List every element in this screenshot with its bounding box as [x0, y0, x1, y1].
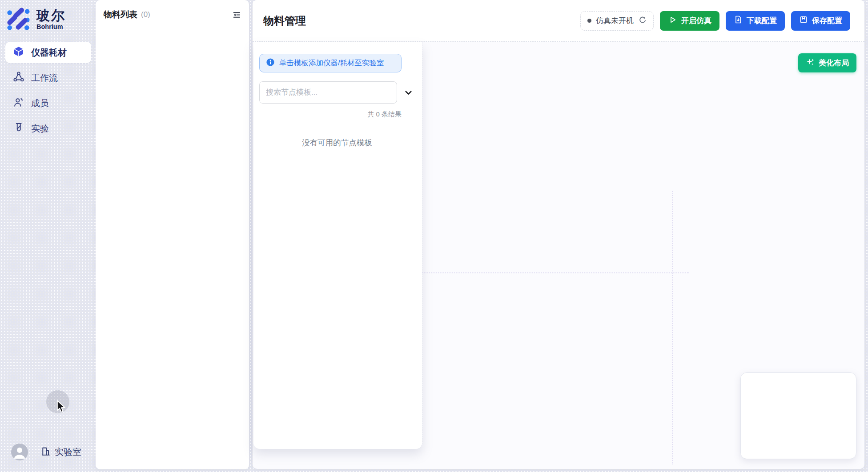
- canvas-gridline-horizontal: [422, 272, 689, 273]
- template-search-input[interactable]: [259, 81, 397, 104]
- test-tube-icon: [13, 122, 24, 135]
- sidebar-item-experiments[interactable]: 实验: [5, 118, 91, 139]
- lab-label: 实验室: [55, 446, 81, 458]
- search-row: [259, 81, 415, 104]
- play-icon: [668, 15, 677, 27]
- simulation-status-label: 仿真未开机: [596, 16, 634, 26]
- save-config-label: 保存配置: [812, 16, 842, 26]
- main-header: 物料管理 仿真未开机: [253, 0, 864, 42]
- empty-templates-text: 没有可用的节点模板: [259, 137, 415, 148]
- info-icon: [266, 58, 275, 68]
- materials-header: 物料列表 (0): [96, 0, 249, 29]
- mouse-cursor-icon: [56, 400, 67, 415]
- members-icon: [13, 96, 24, 110]
- beautify-layout-label: 美化布局: [819, 58, 849, 68]
- header-actions: 仿真未开机 开启仿真: [580, 11, 850, 31]
- flow-canvas[interactable]: 美化布局 单击模板添加仪器/耗材至实验室: [253, 42, 864, 469]
- bohrium-logo-icon: [6, 7, 30, 31]
- page-title: 物料管理: [263, 14, 306, 28]
- lab-link[interactable]: 实验室: [40, 446, 81, 459]
- brand-name: 玻尔: [36, 8, 66, 23]
- app-root: 玻尔 Bohrium 仪器耗材: [0, 0, 868, 472]
- status-dot-icon: [587, 19, 591, 23]
- sidebar-item-label: 实验: [31, 123, 49, 135]
- sidebar-item-label: 成员: [31, 97, 49, 109]
- hint-banner-text: 单击模板添加仪器/耗材至实验室: [279, 58, 384, 68]
- start-simulation-label: 开启仿真: [681, 16, 711, 26]
- workflow-icon: [13, 71, 24, 84]
- materials-title: 物料列表: [104, 9, 137, 20]
- file-download-icon: [734, 15, 743, 26]
- canvas-gridline-vertical: [672, 191, 673, 464]
- sidebar-item-members[interactable]: 成员: [5, 92, 91, 114]
- sidebar-item-workflow[interactable]: 工作流: [5, 67, 91, 88]
- sidebar-item-label: 工作流: [31, 72, 58, 84]
- results-count: 共 0 条结果: [259, 110, 402, 119]
- refresh-icon[interactable]: [638, 16, 647, 26]
- save-icon: [799, 15, 808, 26]
- sidebar-menu: 仪器耗材 工作流 成员: [0, 42, 96, 139]
- beautify-layout-button[interactable]: 美化布局: [798, 53, 856, 72]
- collapse-panel-button[interactable]: [230, 9, 242, 20]
- materials-count: (0): [141, 10, 150, 19]
- materials-panel: 物料列表 (0): [96, 0, 249, 469]
- chevron-down-icon[interactable]: [403, 88, 414, 98]
- brand-logo: 玻尔 Bohrium: [0, 0, 96, 31]
- download-config-button[interactable]: 下载配置: [726, 11, 785, 31]
- sidebar-footer: 实验室: [11, 444, 81, 460]
- hint-banner: 单击模板添加仪器/耗材至实验室: [259, 54, 402, 72]
- download-config-label: 下载配置: [747, 16, 777, 26]
- canvas-minimap[interactable]: [740, 372, 856, 459]
- main-area: 物料管理 仿真未开机: [253, 0, 864, 469]
- cube-icon: [13, 46, 24, 59]
- template-palette-panel: 单击模板添加仪器/耗材至实验室 共 0 条结果 没有可用的节点模板: [253, 42, 422, 449]
- start-simulation-button[interactable]: 开启仿真: [660, 11, 719, 31]
- save-config-button[interactable]: 保存配置: [791, 11, 850, 31]
- user-avatar[interactable]: [11, 444, 28, 460]
- building-icon: [40, 446, 51, 459]
- simulation-status-pill[interactable]: 仿真未开机: [580, 11, 654, 31]
- sidebar-item-instruments[interactable]: 仪器耗材: [5, 42, 91, 63]
- brand-subtitle: Bohrium: [36, 23, 66, 30]
- sidebar-item-label: 仪器耗材: [31, 47, 67, 59]
- sparkles-icon: [806, 57, 815, 68]
